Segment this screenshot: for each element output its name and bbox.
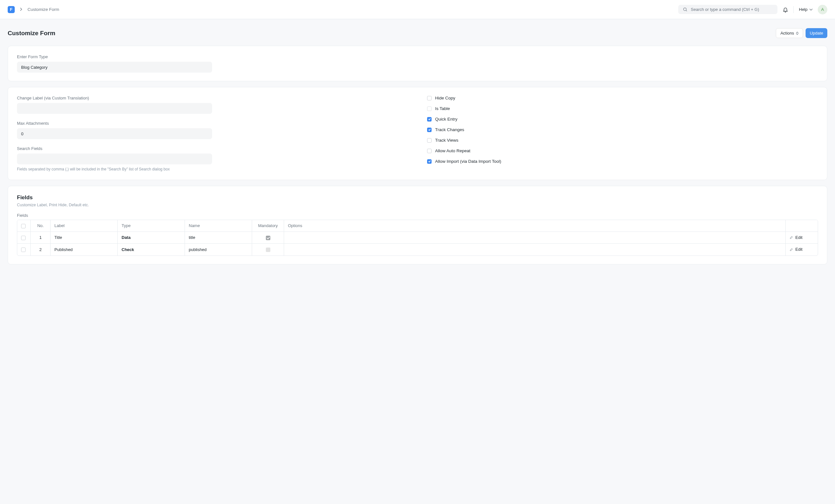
card-settings: Change Label (via Custom Translation) Ma… — [8, 87, 827, 180]
check-label: Allow Auto Repeat — [435, 148, 470, 153]
cell-options — [284, 232, 786, 244]
check-label: Hide Copy — [435, 96, 455, 100]
edit-label: Edit — [795, 235, 802, 240]
help-label: Help — [799, 7, 808, 12]
col-header-type: Type — [118, 220, 185, 232]
cell-no: 1 — [31, 232, 50, 244]
cell-label: Published — [50, 244, 118, 255]
navbar: F Customize Form Help A — [0, 0, 835, 19]
col-header-edit — [786, 220, 818, 232]
cell-no: 2 — [31, 244, 50, 255]
check-item[interactable]: Allow Auto Repeat — [427, 148, 818, 153]
change-label-input[interactable] — [17, 103, 212, 114]
edit-button[interactable]: Edit — [790, 247, 802, 252]
search-bar[interactable] — [678, 5, 777, 14]
check-item[interactable]: Track Changes — [427, 127, 818, 132]
col-header-no: No. — [31, 220, 50, 232]
col-header-select — [17, 220, 31, 232]
update-label: Update — [810, 31, 823, 36]
search-fields-label: Search Fields — [17, 146, 408, 151]
logo-letter: F — [10, 7, 13, 12]
fields-section-subtitle: Customize Label, Print Hide, Default etc… — [17, 203, 818, 207]
mandatory-checkbox[interactable] — [266, 248, 270, 252]
cell-options — [284, 244, 786, 255]
col-header-options: Options — [284, 220, 786, 232]
change-label-label: Change Label (via Custom Translation) — [17, 96, 408, 100]
form-type-label: Enter Form Type — [17, 55, 818, 59]
checkbox-icon[interactable] — [427, 96, 432, 100]
page-body: Customize Form Actions Update Enter Form… — [0, 19, 835, 504]
max-attachments-label: Max Attachments — [17, 121, 408, 126]
breadcrumb[interactable]: Customize Form — [27, 7, 59, 12]
cell-label: Title — [50, 232, 118, 244]
col-header-label: Label — [50, 220, 118, 232]
svg-line-1 — [686, 10, 687, 11]
col-header-mandatory: Mandatory — [252, 220, 284, 232]
check-item[interactable]: Track Views — [427, 138, 818, 143]
nav-divider — [793, 6, 794, 13]
row-checkbox[interactable] — [21, 236, 26, 240]
form-type-input[interactable] — [17, 62, 212, 72]
settings-check-list: Hide CopyIs TableQuick EntryTrack Change… — [427, 96, 818, 164]
cell-name: title — [185, 232, 252, 244]
check-item[interactable]: Allow Import (via Data Import Tool) — [427, 159, 818, 164]
check-item[interactable]: Quick Entry — [427, 117, 818, 122]
update-button[interactable]: Update — [806, 28, 827, 38]
app-logo[interactable]: F — [8, 6, 15, 13]
fields-table: No. Label Type Name Mandatory Options 1T… — [17, 220, 818, 256]
checkbox-icon[interactable] — [427, 106, 432, 111]
check-label: Track Views — [435, 138, 459, 143]
chevron-right-icon — [20, 7, 22, 12]
pencil-icon — [790, 248, 793, 251]
bell-icon[interactable] — [782, 7, 788, 13]
actions-button[interactable]: Actions — [776, 28, 803, 38]
page-actions: Actions Update — [776, 28, 827, 38]
check-label: Track Changes — [435, 127, 464, 132]
select-icon — [796, 31, 798, 35]
edit-label: Edit — [795, 247, 802, 252]
mandatory-checkbox[interactable] — [266, 236, 270, 240]
check-item[interactable]: Hide Copy — [427, 96, 818, 100]
max-attachments-input[interactable] — [17, 128, 212, 139]
col-header-name: Name — [185, 220, 252, 232]
avatar[interactable]: A — [818, 5, 827, 14]
cell-type: Data — [118, 232, 185, 244]
checkbox-icon[interactable] — [427, 149, 432, 153]
search-icon — [683, 7, 688, 12]
help-dropdown[interactable]: Help — [799, 7, 813, 12]
edit-button[interactable]: Edit — [790, 235, 802, 240]
cell-name: published — [185, 244, 252, 255]
search-fields-input[interactable] — [17, 153, 212, 164]
checkbox-icon[interactable] — [427, 128, 432, 132]
chevron-down-icon — [809, 8, 813, 10]
check-label: Quick Entry — [435, 117, 457, 122]
checkbox-icon[interactable] — [427, 117, 432, 122]
card-fields: Fields Customize Label, Print Hide, Defa… — [8, 186, 827, 265]
avatar-letter: A — [821, 7, 824, 12]
svg-point-0 — [684, 8, 687, 11]
row-checkbox[interactable] — [21, 248, 26, 252]
check-label: Allow Import (via Data Import Tool) — [435, 159, 501, 164]
page-title: Customize Form — [8, 30, 55, 37]
checkbox-icon[interactable] — [427, 159, 432, 164]
select-all-checkbox[interactable] — [21, 224, 26, 228]
cell-type: Check — [118, 244, 185, 255]
search-fields-help: Fields separated by comma (,) will be in… — [17, 167, 408, 171]
check-item[interactable]: Is Table — [427, 106, 818, 111]
actions-label: Actions — [780, 31, 794, 36]
check-label: Is Table — [435, 106, 450, 111]
table-row[interactable]: 2PublishedCheckpublishedEdit — [17, 244, 818, 255]
page-header: Customize Form Actions Update — [0, 19, 835, 46]
fields-section-title: Fields — [17, 194, 818, 201]
checkbox-icon[interactable] — [427, 138, 432, 143]
fields-table-label: Fields — [17, 213, 818, 218]
table-row[interactable]: 1TitleDatatitleEdit — [17, 232, 818, 244]
pencil-icon — [790, 235, 793, 239]
search-input[interactable] — [691, 7, 773, 12]
card-form-type: Enter Form Type — [8, 46, 827, 81]
